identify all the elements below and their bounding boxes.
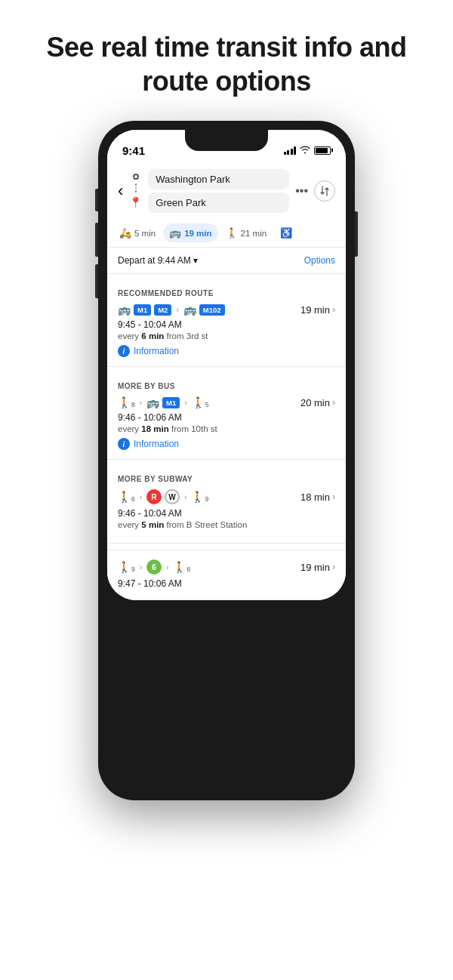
route-badge-6: 6 — [146, 559, 162, 575]
route-3-lines: 🚶 6 › R W › 🚶 9 — [118, 489, 208, 504]
chevron-1: › — [332, 304, 335, 315]
more-button[interactable]: ••• — [295, 184, 308, 198]
tab-bus[interactable]: 🚌 19 min — [163, 223, 217, 242]
recommended-label: RECOMMENDED ROUTE — [118, 289, 335, 297]
route-2-lines: 🚶 8 › 🚌 M1 › 🚶 5 — [118, 396, 208, 408]
route-3-row[interactable]: 🚶 6 › R W › 🚶 9 18 min › — [118, 489, 335, 504]
chevron-2: › — [332, 397, 335, 408]
phone-frame: 9:41 — [98, 121, 355, 800]
route-3-freq: every 5 min from B Street Station — [118, 520, 335, 529]
route-badge-m1: M1 — [134, 304, 151, 316]
route-2-duration: 20 min › — [300, 397, 335, 408]
tab-walk[interactable]: 🚶 21 min — [220, 223, 273, 242]
status-icons — [284, 145, 331, 156]
walk-before-2: 🚶 8 — [118, 396, 135, 408]
signal-icon — [284, 146, 297, 155]
route-4-duration: 19 min › — [300, 562, 335, 573]
chevron-4: › — [332, 562, 335, 572]
notch — [185, 130, 268, 151]
search-fields: Washington Park Green Park — [148, 169, 289, 213]
destination-pin: 📍 — [129, 196, 142, 208]
route-4-lines: 🚶 9 › 6 › 🚶 6 — [118, 559, 190, 575]
route-4-times: 9:47 - 10:06 AM — [118, 578, 335, 589]
route-3-times: 9:46 - 10:04 AM — [118, 508, 335, 519]
origin-input[interactable]: Washington Park — [148, 169, 289, 190]
bus-icon-1: 🚌 — [118, 304, 131, 316]
arrow-1: › — [176, 306, 178, 314]
side-button-left-1 — [95, 189, 98, 211]
route-1-freq: every 6 min from 3rd st — [118, 331, 335, 341]
transport-tabs: 🛵 5 min 🚌 19 min 🚶 21 min ♿ — [107, 219, 346, 248]
phone-screen: 9:41 — [107, 130, 346, 600]
route-1-lines: 🚌 M1 M2 › 🚌 M102 — [118, 304, 225, 316]
route-1-times: 9:45 - 10:04 AM — [118, 319, 335, 330]
route-2-row[interactable]: 🚶 8 › 🚌 M1 › 🚶 5 20 min › — [118, 396, 335, 408]
route-2-times: 9:46 - 10:06 AM — [118, 412, 335, 423]
route-2-info[interactable]: i Information — [118, 438, 335, 450]
route-badge-w: W — [165, 489, 180, 504]
bus-icon: 🚌 — [169, 227, 181, 239]
tab-walk-label: 21 min — [241, 229, 267, 238]
more-subway-label: MORE BY SUBWAY — [118, 475, 335, 483]
subway-6-route-card: 🚶 9 › 6 › 🚶 6 19 min › 9:47 - 10:06 AM — [107, 550, 346, 600]
chevron-3: › — [332, 492, 335, 502]
info-text-1: Information — [134, 346, 179, 356]
header-section: See real time transit info and route opt… — [0, 0, 453, 121]
bus-route-card: MORE BY BUS 🚶 8 › 🚌 M1 › 🚶 5 — [107, 373, 346, 460]
accessibility-icon: ♿ — [280, 227, 292, 239]
route-4-row[interactable]: 🚶 9 › 6 › 🚶 6 19 min › — [118, 559, 335, 575]
route-2-freq: every 18 min from 10th st — [118, 424, 335, 433]
route-badge-m102: M102 — [199, 304, 225, 316]
side-button-right — [355, 211, 358, 257]
tab-accessibility[interactable]: ♿ — [274, 223, 298, 242]
origin-text: Washington Park — [156, 174, 282, 185]
route-1-row[interactable]: 🚌 M1 M2 › 🚌 M102 19 min › — [118, 304, 335, 316]
walk-before-4: 🚶 9 — [118, 561, 135, 573]
recommended-route-card: RECOMMENDED ROUTE 🚌 M1 M2 › 🚌 M102 19 mi… — [107, 280, 346, 367]
tab-bus-label: 19 min — [184, 229, 211, 238]
tab-motorbike[interactable]: 🛵 5 min — [113, 223, 162, 242]
route-1-duration: 19 min › — [300, 304, 335, 316]
info-icon-1: i — [118, 345, 130, 357]
walk-before-3: 🚶 6 — [118, 491, 135, 503]
depart-row: Depart at 9:44 AM ▾ Options — [107, 248, 346, 274]
destination-text: Green Park — [156, 197, 282, 208]
options-button[interactable]: Options — [304, 255, 335, 266]
route-3-duration: 18 min › — [300, 492, 335, 503]
more-bus-label: MORE BY BUS — [118, 382, 335, 390]
info-text-2: Information — [134, 439, 179, 449]
battery-icon — [314, 146, 331, 155]
route-badge-r: R — [146, 489, 162, 504]
dots-between — [135, 182, 137, 194]
walk-icon: 🚶 — [226, 227, 238, 239]
walk-after-2: 🚶 5 — [192, 396, 209, 408]
bus-icon-3: 🚌 — [146, 396, 159, 408]
back-button[interactable]: ‹ — [118, 181, 123, 201]
destination-input[interactable]: Green Park — [148, 193, 289, 213]
side-button-left-3 — [95, 264, 98, 298]
route-badge-m1b: M1 — [162, 397, 180, 408]
subway-route-card: MORE BY SUBWAY 🚶 6 › R W › 🚶 9 — [107, 466, 346, 544]
swap-button[interactable] — [314, 180, 335, 202]
origin-dot — [133, 174, 139, 180]
wifi-icon — [300, 145, 310, 156]
depart-time[interactable]: Depart at 9:44 AM ▾ — [118, 255, 198, 266]
walk-after-4: 🚶 6 — [173, 561, 190, 573]
walk-after-3: 🚶 9 — [191, 491, 208, 503]
route-1-info[interactable]: i Information — [118, 345, 335, 357]
info-icon-2: i — [118, 438, 130, 450]
motorbike-icon: 🛵 — [119, 227, 131, 239]
status-bar: 9:41 — [107, 130, 346, 163]
route-badge-m2: M2 — [154, 304, 171, 316]
bus-icon-2: 🚌 — [183, 304, 196, 316]
tab-motorbike-label: 5 min — [134, 229, 156, 238]
side-button-left-2 — [95, 223, 98, 257]
search-area: ‹ 📍 Washington Park Green Park ••• — [107, 163, 346, 219]
status-time: 9:41 — [122, 144, 145, 157]
page-title: See real time transit info and route opt… — [23, 30, 430, 98]
